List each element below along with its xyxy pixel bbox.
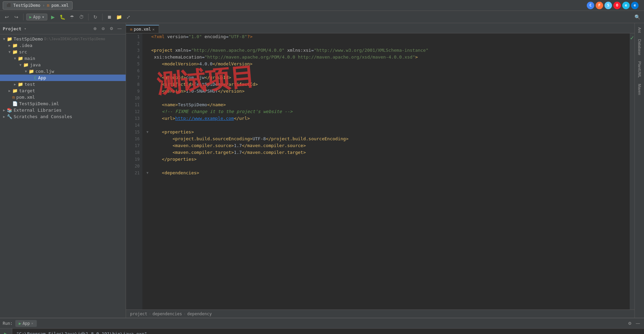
scrollbar-gutter: ✓ <box>630 33 634 309</box>
editor-area: m pom.xml ✕ 测试项目 1 2 3 4 5 6 7 8 9 10 11 <box>126 23 634 318</box>
toolbar: ↩ ↪ ▶ App ▾ ▶ 🐛 ☂ ⏱ ↻ ⏹ 📁 ⤢ 🔍 <box>0 11 644 23</box>
firefox-icon[interactable]: F <box>596 2 603 9</box>
line-num-4: 4 <box>126 54 140 61</box>
database-tool-button[interactable]: Database <box>636 36 643 58</box>
breadcrumb-dependency[interactable]: dependency <box>187 312 212 316</box>
tree-label-java: java <box>30 62 41 67</box>
tree-item-main[interactable]: ▼ 📁 main <box>0 55 126 62</box>
ant-tool-button[interactable]: Ant <box>636 25 643 36</box>
code-line-17: <maven.compiler.source>1.7</maven.compil… <box>146 142 630 149</box>
chrome-icon[interactable]: C <box>587 2 594 9</box>
arrow-idea: ▶ <box>7 44 12 47</box>
run-config-selector[interactable]: ▶ App ▾ <box>26 14 47 20</box>
tree-label-test: test <box>25 82 35 87</box>
line-num-14: 14 <box>126 122 140 129</box>
tab-close-button[interactable]: ✕ <box>152 27 155 32</box>
title-separator: › <box>42 3 45 8</box>
run-config-label: App <box>33 15 41 19</box>
ie-icon[interactable]: e <box>622 2 630 9</box>
pomxml-icon: m <box>12 95 15 100</box>
run-output: "C:\Program Files\Java\jdk1.8.0_191\bin\… <box>12 329 644 334</box>
arrow-java: ▼ <box>18 63 23 67</box>
fold-arrow-15[interactable]: ▼ <box>146 129 151 136</box>
edge-icon[interactable]: e <box>631 2 639 9</box>
run-button[interactable]: ▶ <box>49 13 57 21</box>
run-config-icon: ▶ <box>29 15 32 19</box>
debug-button[interactable]: 🐛 <box>58 13 66 21</box>
tree-item-idea[interactable]: ▶ 📁 .idea <box>0 42 126 49</box>
tree-item-app[interactable]: C App <box>0 75 126 81</box>
run-settings-button[interactable]: ⚙ <box>626 320 633 327</box>
tree-label-scratches: Scratches and Consoles <box>14 114 72 119</box>
search-everywhere-button[interactable]: 🔍 <box>633 13 641 21</box>
maximize-button[interactable]: ⤢ <box>124 13 132 21</box>
code-line-15: ▼ <properties> <box>146 129 630 136</box>
tree-item-target[interactable]: ▶ 📁 target <box>0 88 126 94</box>
arrow-scratches: ▶ <box>1 115 7 118</box>
run-tab-close[interactable]: ✕ <box>31 321 33 325</box>
code-content[interactable]: <?xml version="1.0" encoding="UTF-8"?> <… <box>142 33 630 309</box>
tree-item-pomxml[interactable]: m pom.xml <box>0 94 126 100</box>
breadcrumb: project › dependencies › dependency <box>126 309 634 318</box>
tree-item-iml[interactable]: 📄 TestSpiDemo.iml <box>0 100 126 107</box>
main-folder-icon: 📁 <box>18 56 23 61</box>
maven-tool-button[interactable]: Maven <box>636 81 643 98</box>
run-tab-app[interactable]: ▶ App ✕ <box>15 320 37 327</box>
coverage-button[interactable]: ☂ <box>68 13 76 21</box>
tree-item-scratches[interactable]: ▶ 🔧 Scratches and Consoles <box>0 113 126 120</box>
safari-icon[interactable]: S <box>604 2 612 9</box>
line-num-11: 11 <box>126 101 140 108</box>
sidebar-header: Project ▾ ⊕ ⊜ ⚙ — <box>0 23 126 34</box>
settings-button[interactable]: ⚙ <box>108 25 115 32</box>
breadcrumb-project[interactable]: project <box>130 312 147 316</box>
tab-pomxml[interactable]: m pom.xml ✕ <box>126 25 159 33</box>
arrow-src: ▼ <box>7 50 12 54</box>
title-tab[interactable]: ⬛ TestSpiDemo › m pom.xml <box>3 1 73 10</box>
profile-button[interactable]: ⏱ <box>77 13 85 21</box>
target-folder-icon: 📁 <box>12 88 18 93</box>
plantuml-tool-button[interactable]: PlantUML <box>636 59 643 80</box>
scroll-from-source-button[interactable]: ⊜ <box>100 25 107 32</box>
arrow-testspi: ▼ <box>1 37 7 41</box>
idea-folder-icon: 📁 <box>12 43 18 48</box>
sidebar-dropdown-icon: ▾ <box>24 27 27 31</box>
code-line-18: <maven.compiler.target>1.7</maven.compil… <box>146 149 630 156</box>
tree-item-test[interactable]: ▶ 📁 test <box>0 81 126 88</box>
right-tools-panel: Ant Database PlantUML Maven <box>634 23 644 318</box>
tree-item-java[interactable]: ▼ 📁 java <box>0 62 126 68</box>
stop-button[interactable]: ⏹ <box>105 13 113 21</box>
sidebar-title: Project <box>3 26 21 31</box>
test-folder-icon: 📁 <box>18 82 23 87</box>
title-bar: ⬛ TestSpiDemo › m pom.xml C F S O e e <box>0 0 644 11</box>
tab-pomxml-icon: m <box>130 27 132 32</box>
minimize-sidebar-button[interactable]: — <box>116 25 123 32</box>
tree-item-extlibs[interactable]: ▶ 📚 External Libraries <box>0 107 126 113</box>
line-num-16: 16 <box>126 136 140 142</box>
code-line-7: <groupId>com.ljw</groupId> <box>146 74 630 81</box>
undo-button[interactable]: ↩ <box>3 13 11 21</box>
code-line-20 <box>146 163 630 170</box>
tree-item-comljw[interactable]: ▼ 📁 com.ljw <box>0 68 126 75</box>
run-panel-header: Run: ▶ App ✕ ⚙ — <box>0 318 644 329</box>
code-editor: 测试项目 1 2 3 4 5 6 7 8 9 10 11 12 13 14 15… <box>126 33 634 309</box>
run-minimize-button[interactable]: — <box>634 320 641 327</box>
restart-run-button[interactable]: ▶ <box>2 330 10 334</box>
arrow-comljw: ▼ <box>23 69 29 73</box>
fold-arrow-21[interactable]: ▼ <box>146 170 151 176</box>
add-content-button[interactable]: ⊕ <box>92 25 98 32</box>
line-num-6: 6 <box>126 67 140 74</box>
browse-button[interactable]: 📁 <box>115 13 123 21</box>
run-config-chevron: ▾ <box>42 15 44 19</box>
line-num-20: 20 <box>126 163 140 170</box>
breadcrumb-dependencies[interactable]: dependencies <box>153 312 182 316</box>
code-line-9: <version>1.0-SNAPSHOT</version> <box>146 88 630 95</box>
xml-icon: m <box>47 3 49 8</box>
reload-button[interactable]: ↻ <box>91 13 99 21</box>
code-line-16: <project.build.sourceEncoding>UTF-8</pro… <box>146 136 630 142</box>
tree-item-testspi[interactable]: ▼ 📁 TestSpiDemo D:\JavaIDEACode\TestSpiD… <box>0 36 126 42</box>
opera-icon[interactable]: O <box>613 2 621 9</box>
tree-item-src[interactable]: ▼ 📁 src <box>0 49 126 55</box>
tree-label-extlibs: External Libraries <box>14 108 62 113</box>
scratches-icon: 🔧 <box>7 114 12 119</box>
redo-button[interactable]: ↪ <box>12 13 20 21</box>
